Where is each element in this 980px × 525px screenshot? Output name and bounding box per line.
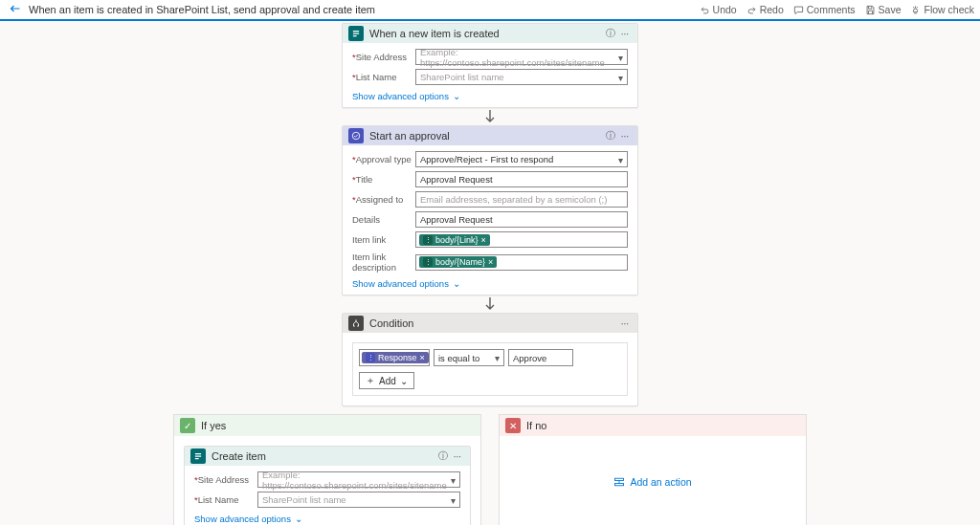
approval-icon bbox=[348, 128, 364, 143]
flow-checker-button[interactable]: Flow check bbox=[910, 4, 974, 15]
condition-operator-select[interactable]: is equal to ▾ bbox=[434, 349, 504, 366]
token-item-link[interactable]: ⋮ body/{Link} × bbox=[419, 234, 490, 246]
approval-title: Start an approval bbox=[369, 130, 603, 142]
toolbar: Undo Redo Comments Save Flow check bbox=[700, 4, 974, 15]
chevron-down-icon: ▾ bbox=[451, 475, 456, 486]
condition-right-input[interactable]: Approve bbox=[508, 349, 573, 366]
branch-no: ✕ If no Add an action bbox=[499, 414, 807, 525]
details-input[interactable]: Approval Request bbox=[415, 211, 628, 228]
trigger-title: When a new item is created bbox=[369, 28, 603, 39]
trigger-card[interactable]: When a new item is created ⓘ ··· *Site A… bbox=[342, 23, 638, 108]
site-address-input[interactable]: Example: https://contoso.sharepoint.com/… bbox=[415, 49, 628, 65]
close-icon[interactable]: × bbox=[488, 257, 493, 267]
approval-card[interactable]: Start an approval ⓘ ··· *Approval type A… bbox=[342, 125, 638, 295]
branch-yes-label: If yes bbox=[201, 420, 226, 431]
redo-label: Redo bbox=[760, 4, 784, 15]
label-site-address: *Site Address bbox=[352, 52, 415, 62]
create-item-card[interactable]: Create item ⓘ ··· *Site Address Example:… bbox=[184, 446, 471, 525]
show-advanced-link[interactable]: Show advanced options⌄ bbox=[352, 91, 460, 101]
comments-label: Comments bbox=[807, 4, 856, 15]
chevron-down-icon: ▾ bbox=[618, 73, 623, 83]
close-icon[interactable]: × bbox=[420, 353, 425, 362]
info-icon[interactable]: ⓘ bbox=[603, 27, 618, 40]
chevron-down-icon: ⌄ bbox=[400, 376, 408, 386]
check-icon: ✓ bbox=[180, 418, 195, 433]
label-item-link: Item link bbox=[352, 234, 415, 245]
chevron-down-icon: ▾ bbox=[618, 53, 623, 63]
label-list-name: *List Name bbox=[194, 494, 257, 505]
list-name-input[interactable]: SharePoint list name ▾ bbox=[257, 492, 460, 508]
x-icon: ✕ bbox=[505, 418, 521, 433]
show-advanced-link[interactable]: Show advanced options⌄ bbox=[352, 278, 460, 289]
save-label: Save bbox=[879, 4, 902, 15]
condition-title: Condition bbox=[369, 317, 618, 329]
chevron-down-icon: ⌄ bbox=[453, 278, 460, 289]
approval-type-input[interactable]: Approve/Reject - First to respond ▾ bbox=[415, 151, 628, 167]
more-icon[interactable]: ··· bbox=[618, 29, 632, 39]
comments-button[interactable]: Comments bbox=[793, 4, 856, 15]
item-link-input[interactable]: ⋮ body/{Link} × bbox=[415, 231, 628, 248]
chevron-down-icon: ▾ bbox=[495, 353, 500, 363]
add-action-button[interactable]: Add an action bbox=[613, 476, 691, 488]
plus-icon: ＋ bbox=[366, 374, 375, 387]
label-title: *Title bbox=[352, 174, 415, 185]
label-item-link-desc: Item link description bbox=[352, 252, 415, 273]
sharepoint-icon bbox=[348, 26, 364, 41]
save-button[interactable]: Save bbox=[865, 4, 902, 15]
site-address-input[interactable]: Example: https://contoso.sharepoint.com/… bbox=[257, 471, 460, 488]
arrow-icon bbox=[484, 108, 496, 125]
close-icon[interactable]: × bbox=[481, 235, 486, 245]
arrow-icon bbox=[484, 295, 496, 313]
condition-card[interactable]: Condition ··· ⋮ Response × bbox=[342, 313, 638, 406]
page-title: When an item is created in SharePoint Li… bbox=[29, 4, 375, 15]
list-name-input[interactable]: SharePoint list name ▾ bbox=[415, 69, 628, 85]
token-icon: ⋮ bbox=[423, 235, 433, 245]
chevron-down-icon: ⌄ bbox=[453, 91, 460, 101]
more-icon[interactable]: ··· bbox=[618, 131, 632, 142]
undo-button[interactable]: Undo bbox=[700, 4, 737, 15]
branch-yes: ✓ If yes Create item ⓘ ··· bbox=[173, 414, 481, 525]
label-list-name: *List Name bbox=[352, 72, 415, 82]
label-site-address: *Site Address bbox=[194, 474, 257, 485]
label-details: Details bbox=[352, 214, 415, 225]
more-icon[interactable]: ··· bbox=[451, 451, 464, 462]
svg-rect-1 bbox=[615, 478, 624, 480]
redo-button[interactable]: Redo bbox=[746, 4, 784, 15]
token-response[interactable]: ⋮ Response × bbox=[362, 352, 429, 363]
chevron-down-icon: ▾ bbox=[618, 155, 623, 165]
info-icon[interactable]: ⓘ bbox=[603, 129, 618, 142]
label-assigned-to: *Assigned to bbox=[352, 194, 415, 205]
show-advanced-link[interactable]: Show advanced options⌄ bbox=[194, 514, 302, 524]
add-condition-button[interactable]: ＋ Add ⌄ bbox=[359, 372, 414, 389]
chevron-down-icon: ⌄ bbox=[295, 514, 302, 524]
token-item-link-desc[interactable]: ⋮ body/{Name} × bbox=[419, 256, 497, 268]
flow-checker-label: Flow check bbox=[924, 4, 974, 15]
condition-left-input[interactable]: ⋮ Response × bbox=[359, 349, 430, 366]
branch-no-label: If no bbox=[526, 420, 546, 431]
token-icon: ⋮ bbox=[423, 257, 433, 267]
title-input[interactable]: Approval Request bbox=[415, 171, 628, 187]
back-button[interactable] bbox=[6, 3, 25, 17]
item-link-desc-input[interactable]: ⋮ body/{Name} × bbox=[415, 254, 628, 271]
sharepoint-icon bbox=[190, 448, 206, 464]
condition-icon bbox=[348, 316, 364, 331]
chevron-down-icon: ▾ bbox=[451, 495, 456, 506]
svg-rect-2 bbox=[615, 484, 624, 486]
undo-label: Undo bbox=[713, 4, 737, 15]
info-icon[interactable]: ⓘ bbox=[435, 449, 451, 463]
more-icon[interactable]: ··· bbox=[618, 318, 632, 329]
create-item-title: Create item bbox=[212, 450, 435, 462]
label-approval-type: *Approval type bbox=[352, 154, 415, 164]
assigned-to-input[interactable]: Email addresses, separated by a semicolo… bbox=[415, 191, 628, 208]
token-icon: ⋮ bbox=[366, 353, 375, 362]
svg-point-0 bbox=[352, 132, 360, 140]
